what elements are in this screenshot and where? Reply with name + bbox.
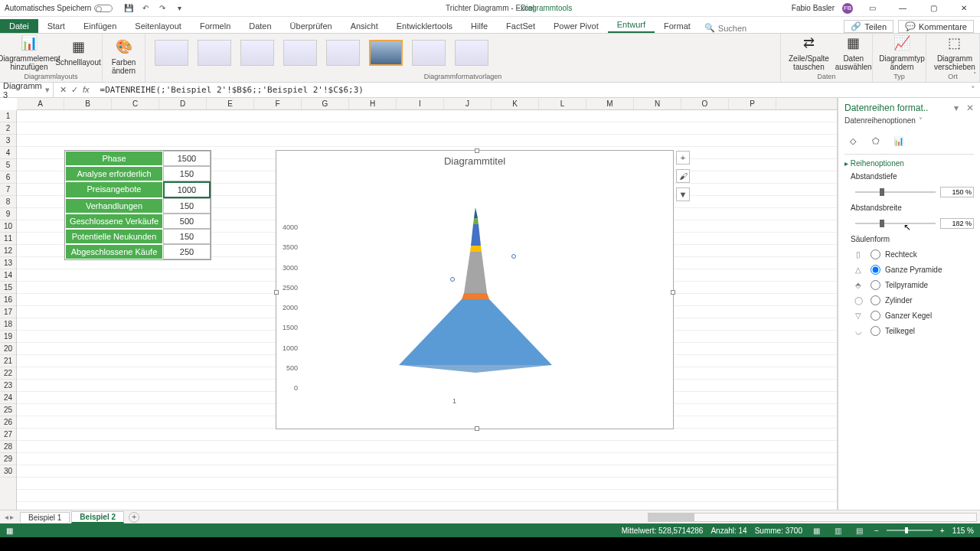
page-layout-view-icon[interactable]: ▥ <box>831 525 845 536</box>
gap-depth-input[interactable] <box>940 187 974 197</box>
row-header[interactable]: 13 <box>0 257 16 269</box>
user-avatar[interactable]: FB <box>842 3 853 14</box>
save-icon[interactable]: 💾 <box>123 3 134 14</box>
row-header[interactable]: 14 <box>0 269 16 282</box>
cancel-formula-icon[interactable]: ✕ <box>60 85 67 95</box>
shape-option[interactable]: ⬘Teilpyramide <box>851 277 974 292</box>
gap-width-slider[interactable] <box>855 223 936 224</box>
tab-file[interactable]: Datei <box>0 19 38 33</box>
tab-format[interactable]: Format <box>655 19 700 33</box>
table-value-cell[interactable]: 150 <box>163 198 211 214</box>
tab-formulas[interactable]: Formeln <box>191 19 240 33</box>
redo-icon[interactable]: ↷ <box>157 3 168 14</box>
column-header[interactable]: C <box>112 98 159 109</box>
chart-styles-gallery[interactable] <box>145 34 780 71</box>
row-header[interactable]: 26 <box>0 416 16 429</box>
chart-style-thumb[interactable] <box>283 40 317 66</box>
sheet-nav-prev-icon[interactable]: ◂ <box>5 513 8 521</box>
row-header[interactable]: 21 <box>0 355 16 367</box>
table-value-cell[interactable]: 500 <box>163 214 211 229</box>
row-header[interactable]: 1 <box>0 110 16 122</box>
chart-style-thumb[interactable] <box>455 40 488 66</box>
tab-insert[interactable]: Einfügen <box>74 19 126 33</box>
chart-style-thumb[interactable] <box>155 40 188 66</box>
chart-elements-button[interactable]: + <box>676 151 690 165</box>
column-header[interactable]: A <box>17 98 64 109</box>
series-options-section[interactable]: ▸ Reihenoptionen <box>844 155 974 169</box>
tab-design[interactable]: Entwurf <box>608 18 655 33</box>
column-header[interactable]: E <box>207 98 254 109</box>
column-header[interactable]: B <box>64 98 112 109</box>
chart-filter-button[interactable]: ▼ <box>676 187 690 201</box>
row-header[interactable]: 28 <box>0 441 16 453</box>
sheet-nav-next-icon[interactable]: ▸ <box>10 513 14 521</box>
record-macro-icon[interactable]: ▦ <box>6 527 13 535</box>
row-header[interactable]: 15 <box>0 282 16 294</box>
row-header[interactable]: 25 <box>0 404 16 416</box>
tab-powerpivot[interactable]: Power Pivot <box>544 19 608 33</box>
switch-row-col-button[interactable]: ⇄Zeile/Spalte tauschen <box>789 34 829 71</box>
chart-style-thumb[interactable] <box>326 40 360 66</box>
tab-pagelayout[interactable]: Seitenlayout <box>126 19 191 33</box>
row-header[interactable]: 12 <box>0 245 16 257</box>
table-label-cell[interactable]: Verhandlungen <box>65 198 163 214</box>
column-header[interactable]: I <box>397 98 444 109</box>
chart-title[interactable]: Diagrammtitel <box>276 151 673 171</box>
column-header[interactable]: L <box>539 98 586 109</box>
chart-styles-button[interactable]: 🖌 <box>676 169 690 183</box>
change-colors-button[interactable]: 🎨Farben ändern <box>110 38 137 75</box>
add-sheet-button[interactable]: + <box>129 512 139 523</box>
tell-me-search[interactable]: 🔍 Suchen <box>704 23 746 33</box>
table-value-cell[interactable]: 250 <box>163 244 211 259</box>
chart-style-thumb[interactable] <box>412 40 446 66</box>
undo-icon[interactable]: ↶ <box>140 3 151 14</box>
chart-object[interactable]: Diagrammtitel 05001000150020002500300035… <box>276 150 674 429</box>
tab-review[interactable]: Überprüfen <box>281 19 341 33</box>
zoom-level[interactable]: 115 % <box>952 527 974 535</box>
pane-options-dropdown[interactable]: Datenreihenoptionen˅ <box>844 113 974 128</box>
shape-option[interactable]: ◯Zylinder <box>851 292 974 308</box>
tab-data[interactable]: Daten <box>240 19 280 33</box>
table-label-cell[interactable]: Preisangebote <box>65 181 163 198</box>
row-header[interactable]: 29 <box>0 453 16 465</box>
row-header[interactable]: 3 <box>0 135 16 147</box>
row-header[interactable]: 20 <box>0 343 16 355</box>
fill-line-icon[interactable]: ◇ <box>844 132 861 149</box>
row-header[interactable]: 7 <box>0 184 16 196</box>
chart-style-thumb[interactable] <box>198 40 231 66</box>
user-name[interactable]: Fabio Basler <box>792 4 835 12</box>
row-header[interactable]: 17 <box>0 306 16 318</box>
ribbon-display-icon[interactable]: ▭ <box>861 2 884 15</box>
share-button[interactable]: 🔗Teilen <box>844 20 893 33</box>
row-header[interactable]: 4 <box>0 147 16 159</box>
select-data-button[interactable]: ▦Daten auswählen <box>835 34 872 71</box>
column-header[interactable]: O <box>681 98 729 109</box>
page-break-view-icon[interactable]: ▤ <box>853 525 867 536</box>
row-header[interactable]: 19 <box>0 331 16 343</box>
normal-view-icon[interactable]: ▦ <box>810 525 824 536</box>
y-axis[interactable]: 05001000150020002500300035004000 <box>278 197 299 396</box>
shape-option[interactable]: ▯Rechteck <box>851 246 974 262</box>
chart-style-thumb-selected[interactable] <box>369 40 403 66</box>
tab-help[interactable]: Hilfe <box>462 19 497 33</box>
row-header[interactable]: 27 <box>0 429 16 441</box>
table-label-cell[interactable]: Potentielle Neukunden <box>65 229 163 244</box>
column-header[interactable]: J <box>444 98 492 109</box>
row-header[interactable]: 18 <box>0 318 16 331</box>
tab-start[interactable]: Start <box>38 19 74 33</box>
effects-icon[interactable]: ⬠ <box>867 132 884 149</box>
gap-depth-slider[interactable] <box>855 191 936 193</box>
collapse-ribbon-icon[interactable]: ˅ <box>973 71 977 79</box>
pyramid-chart[interactable] <box>391 197 560 373</box>
column-header[interactable]: G <box>302 98 349 109</box>
zoom-in-icon[interactable]: + <box>940 527 945 535</box>
row-header[interactable]: 22 <box>0 367 16 380</box>
column-header[interactable]: K <box>492 98 539 109</box>
autosave-toggle[interactable] <box>94 5 113 12</box>
table-value-cell[interactable]: 150 <box>163 229 211 244</box>
row-header[interactable]: 11 <box>0 233 16 245</box>
tab-factset[interactable]: FactSet <box>497 19 544 33</box>
gap-width-input[interactable] <box>940 218 974 229</box>
column-header[interactable]: H <box>349 98 397 109</box>
enter-formula-icon[interactable]: ✓ <box>71 85 78 95</box>
